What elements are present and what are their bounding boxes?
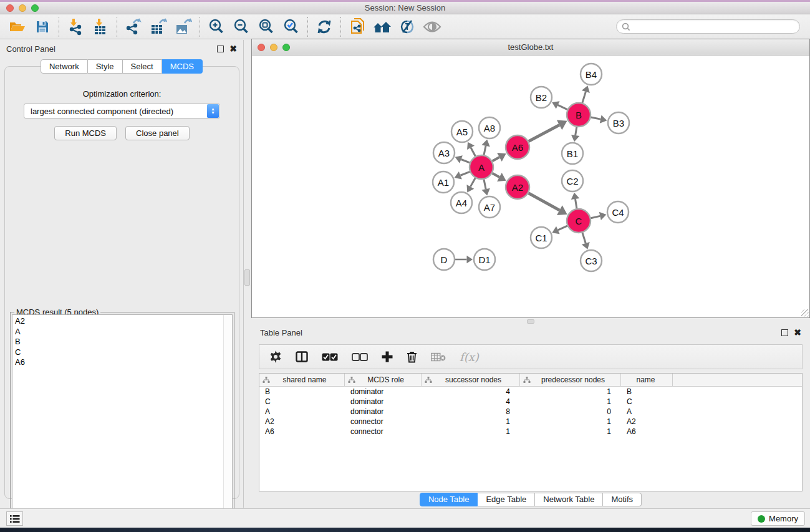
table-cell[interactable]: A xyxy=(621,407,673,417)
graph-edge[interactable] xyxy=(461,160,470,163)
network-window-titlebar[interactable]: testGlobe.txt xyxy=(252,39,809,56)
save-session-button[interactable] xyxy=(30,16,55,37)
show-tasks-button[interactable] xyxy=(6,511,23,526)
graph-edge[interactable] xyxy=(558,105,567,109)
search-input[interactable] xyxy=(634,22,794,31)
run-mcds-button[interactable]: Run MCDS xyxy=(54,126,117,140)
tab-mcds[interactable]: MCDS xyxy=(162,59,203,74)
tab-select[interactable]: Select xyxy=(123,59,162,74)
zoom-out-button[interactable] xyxy=(229,16,254,37)
zoom-in-button[interactable] xyxy=(204,16,229,37)
table-cell[interactable]: dominator xyxy=(345,397,422,407)
network-canvas[interactable]: B4B2BB3A8A5A6A3B1AC2A1A2A4A7C4CC1C3DD1 xyxy=(252,56,809,317)
list-item[interactable]: C xyxy=(15,347,221,358)
table-cell[interactable]: 1 xyxy=(520,387,621,397)
float-panel-icon[interactable] xyxy=(781,329,788,336)
apply-layout-button[interactable] xyxy=(312,16,337,37)
table-row[interactable]: A6connector11A6 xyxy=(259,427,802,437)
column-header[interactable]: name xyxy=(621,374,673,386)
memory-button[interactable]: Memory xyxy=(751,511,805,526)
graph-edge[interactable] xyxy=(493,157,499,161)
unselect-all-button[interactable] xyxy=(352,353,368,361)
table-cell[interactable]: 1 xyxy=(520,397,621,407)
table-cell[interactable]: 1 xyxy=(520,427,621,437)
graph-edge[interactable] xyxy=(460,172,470,175)
add-column-button[interactable] xyxy=(382,351,393,362)
table-cell[interactable]: 1 xyxy=(520,417,621,427)
import-network-button[interactable] xyxy=(63,16,88,37)
graph-edge[interactable] xyxy=(591,216,600,218)
table-cell[interactable]: A2 xyxy=(259,417,345,427)
table-cell[interactable]: connector xyxy=(345,417,422,427)
graph-edge[interactable] xyxy=(493,173,499,177)
graph-edge[interactable] xyxy=(484,146,486,155)
table-cell[interactable]: connector xyxy=(345,427,422,437)
table-cell[interactable]: 1 xyxy=(422,417,520,427)
export-table-button[interactable] xyxy=(146,16,171,37)
table-cell[interactable]: B xyxy=(621,387,673,397)
hide-label-button[interactable] xyxy=(395,16,420,37)
table-cell[interactable]: dominator xyxy=(345,407,422,417)
search-field[interactable] xyxy=(616,19,800,34)
list-item[interactable]: A xyxy=(15,327,221,337)
tab-network[interactable]: Network xyxy=(41,59,88,74)
table-cell[interactable]: A6 xyxy=(259,427,345,437)
close-panel-button[interactable]: Close panel xyxy=(125,126,190,140)
table-row[interactable]: Adominator80A xyxy=(259,407,802,417)
tab-node-table[interactable]: Node Table xyxy=(420,493,478,506)
close-network-button[interactable] xyxy=(258,44,265,51)
criterion-dropdown[interactable]: largest connected component (directed) ▲… xyxy=(24,104,220,118)
tab-edge-table[interactable]: Edge Table xyxy=(478,493,535,506)
graph-edge[interactable] xyxy=(529,125,559,141)
zoom-network-button[interactable] xyxy=(282,44,290,51)
table-cell[interactable]: A2 xyxy=(621,417,673,427)
list-item[interactable]: A2 xyxy=(15,316,221,327)
table-body[interactable]: Bdominator41BCdominator41CAdominator80AA… xyxy=(259,387,802,437)
vertical-splitter[interactable] xyxy=(244,40,251,508)
new-network-from-file-button[interactable] xyxy=(345,16,370,37)
graph-edge[interactable] xyxy=(470,178,475,186)
open-session-button[interactable] xyxy=(5,16,30,37)
table-cell[interactable]: 4 xyxy=(422,397,520,407)
float-panel-icon[interactable] xyxy=(217,46,224,52)
resize-grip-icon[interactable] xyxy=(801,309,809,317)
table-cell[interactable]: 1 xyxy=(422,427,520,437)
minimize-network-button[interactable] xyxy=(270,44,277,51)
table-cell[interactable]: A6 xyxy=(621,427,673,437)
table-row[interactable]: Bdominator41B xyxy=(259,387,802,397)
table-cell[interactable]: 8 xyxy=(422,407,520,417)
list-item[interactable]: B xyxy=(15,337,221,347)
graph-edge[interactable] xyxy=(576,199,577,208)
delete-table-button[interactable] xyxy=(431,352,446,362)
table-cell[interactable]: C xyxy=(259,397,345,407)
scrollbar-track[interactable] xyxy=(223,315,232,521)
import-table-button[interactable] xyxy=(88,16,113,37)
graph-edge[interactable] xyxy=(582,92,586,103)
show-column-button[interactable] xyxy=(296,351,308,362)
minimize-window-button[interactable] xyxy=(19,4,26,12)
close-panel-icon[interactable]: ✖ xyxy=(794,329,801,336)
graph-edge[interactable] xyxy=(484,180,486,190)
table-cell[interactable]: dominator xyxy=(345,387,422,397)
graph-edge[interactable] xyxy=(582,233,586,243)
column-header[interactable]: successor nodes xyxy=(422,374,520,386)
tab-style[interactable]: Style xyxy=(88,59,123,74)
table-cell[interactable]: C xyxy=(621,397,673,407)
zoom-selected-button[interactable] xyxy=(279,16,304,37)
column-header[interactable]: predecessor nodes xyxy=(520,374,621,386)
close-panel-icon[interactable]: ✖ xyxy=(229,46,237,52)
show-graphics-details-button[interactable] xyxy=(420,16,445,37)
splitter-grip[interactable] xyxy=(244,269,250,286)
mcds-result-list[interactable]: A2 A B C A6 xyxy=(12,314,233,522)
zoom-fit-button[interactable] xyxy=(254,16,279,37)
column-header[interactable]: MCDS role xyxy=(345,374,422,386)
graph-edge[interactable] xyxy=(576,127,577,135)
home-button[interactable] xyxy=(370,16,395,37)
graph-edge[interactable] xyxy=(471,148,475,157)
zoom-window-button[interactable] xyxy=(31,4,39,12)
table-settings-button[interactable] xyxy=(269,351,282,363)
export-image-button[interactable] xyxy=(171,16,196,37)
column-header[interactable]: shared name xyxy=(259,374,345,386)
table-cell[interactable]: A xyxy=(259,407,345,417)
export-network-button[interactable] xyxy=(121,16,146,37)
